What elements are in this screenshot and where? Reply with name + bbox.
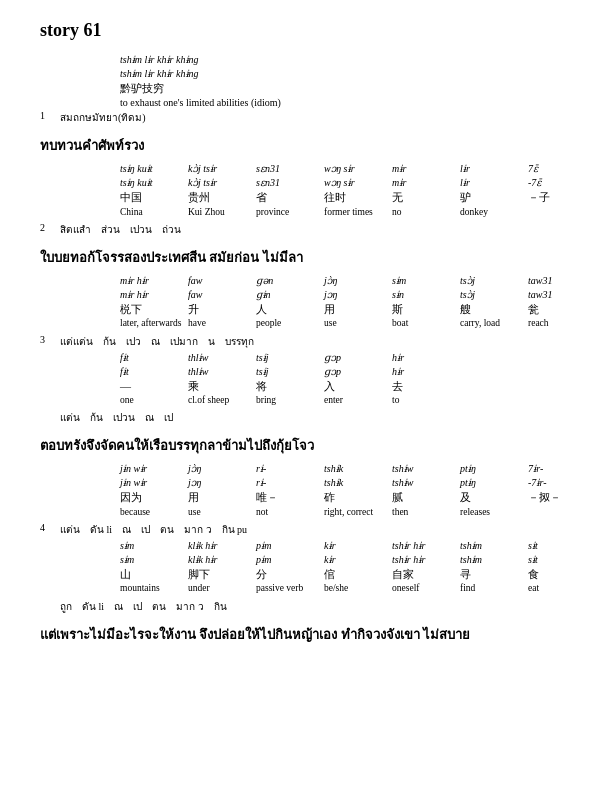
def-row-3: one cl.of sheep bring enter to	[120, 394, 572, 406]
word-cell-7-7: 7ɨr-	[528, 462, 596, 475]
word-cell-10-6: tshɨm	[460, 553, 528, 566]
word-cell-3-2: faw	[188, 274, 256, 287]
word-cell-2-1: tsɨŋ kuɨt	[120, 176, 188, 189]
cn-cell-1-7: －子	[528, 190, 596, 204]
section-title-vocab: ทบทวนคำศัพท์รวง	[40, 135, 572, 156]
cn-cell-4-2: 用	[188, 490, 256, 504]
def-cell-2-2: have	[188, 317, 256, 329]
word-cell-8-6: ptɨŋ	[460, 476, 528, 489]
word-cell-9-4: kɨr	[324, 539, 392, 552]
def-row-2: later, afterwards have people use boat c…	[120, 317, 572, 329]
word-cell-2-7: -7ɛ̄	[528, 176, 596, 189]
word-cell-8-5: tshɨw	[392, 476, 460, 489]
entry-number-3b	[40, 410, 60, 425]
entry-1-thai: สมถกษมัทยา(ทิดม)	[60, 110, 572, 125]
word-cell-9-7: sɨt	[528, 539, 596, 552]
cn-cell-4-7: －㧐－	[528, 490, 596, 504]
def-cell-4-2: use	[188, 506, 256, 518]
def-cell-3-4: enter	[324, 394, 392, 406]
page-title: story 61	[40, 20, 572, 41]
word-cell-4-6: tsɔ̀j	[460, 288, 528, 301]
def-cell-3-1: one	[120, 394, 188, 406]
cn-cell-2-6: 艘	[460, 302, 528, 316]
word-cell-6-5: hɨr	[392, 365, 460, 378]
def-cell-1-5: no	[392, 206, 460, 218]
cn-cell-1-5: 无	[392, 190, 460, 204]
cn-cell-3-3: 将	[256, 379, 324, 393]
roman-row-7: jɨn wɨr jɔ̀ŋ rɨ- tshɨk tshɨw ptɨŋ 7ɨr-	[120, 462, 572, 475]
def-cell-1-7	[528, 206, 596, 218]
word-cell-10-7: sɨt	[528, 553, 596, 566]
def-cell-2-7: reach	[528, 317, 596, 329]
entry-number-3: 3	[40, 334, 60, 349]
word-cell-10-5: tshɨr hɨr	[392, 553, 460, 566]
word-cell-7-1: jɨn wɨr	[120, 462, 188, 475]
word-cell-1-6: lɨr	[460, 162, 528, 175]
cn-cell-4-5: 腻	[392, 490, 460, 504]
word-cell-4-5: sɨn	[392, 288, 460, 301]
word-cell-6-2: thlɨw	[188, 365, 256, 378]
word-table-5: sɨm klɨk hɨr pɨm kɨr tshɨr hɨr tshɨm sɨt…	[120, 539, 572, 595]
def-cell-4-3: not	[256, 506, 324, 518]
word-cell-1-7: 7ɛ̄	[528, 162, 596, 175]
entry-3b: แต่น ก้น เปวน ณ เป	[40, 410, 572, 425]
word-cell-1-2: kɔ̀j tsɨr	[188, 162, 256, 175]
word-cell-3-7: taw31	[528, 274, 596, 287]
def-cell-5-4: be/she	[324, 582, 392, 594]
word-cell-3-4: jɔ̀ŋ	[324, 274, 392, 287]
word-cell-6-4: ɡɔp	[324, 365, 392, 378]
cn-cell-5-4: 倌	[324, 567, 392, 581]
entry-4-thai: แต่น ดัน li ณ เป ตน มาก ว กิน pu	[60, 522, 572, 537]
vocab-section: ทบทวนคำศัพท์รวง tsɨŋ kuɨt kɔ̀j tsɨr sɛn3…	[40, 135, 572, 237]
cn-cell-5-3: 分	[256, 567, 324, 581]
cn-cell-5-5: 自家	[392, 567, 460, 581]
footer-section: แต่เพราะไม่มีอะไรจะให้งาน จึงปล่อยให้ไปก…	[40, 624, 572, 645]
roman-row-5: fɨt thlɨw tsɨj ɡɔp hɨr	[120, 351, 572, 364]
def-cell-2-3: people	[256, 317, 324, 329]
sentence-section-2: ตอบทรังจึงจัดคนให้เรือบรรทุกลาข้ามไปถึงก…	[40, 435, 572, 613]
word-cell-5-2: thlɨw	[188, 351, 256, 364]
word-cell-8-4: tshɨk	[324, 476, 392, 489]
cn-cell-2-3: 人	[256, 302, 324, 316]
entry-4b-thai: ถูก ดัน li ณ เป ตน มาก ว กิน	[60, 599, 572, 614]
def-cell-1-1: China	[120, 206, 188, 218]
def-cell-1-4: former times	[324, 206, 392, 218]
entry-4: 4 แต่น ดัน li ณ เป ตน มาก ว กิน pu	[40, 522, 572, 537]
cn-cell-3-2: 乘	[188, 379, 256, 393]
word-cell-2-2: kɔ̀j tsɨr	[188, 176, 256, 189]
word-cell-9-3: pɨm	[256, 539, 324, 552]
word-cell-2-5: mɨr	[392, 176, 460, 189]
footer-text: แต่เพราะไม่มีอะไรจะให้งาน จึงปล่อยให้ไปก…	[40, 624, 572, 645]
def-cell-5-2: under	[188, 582, 256, 594]
sentence-section-1: ใบบยทอก้โจรรสองประเทศสีน สมัยก่อน ไม่มีล…	[40, 247, 572, 425]
def-cell-5-6: find	[460, 582, 528, 594]
cn-row-5: 山 脚下 分 倌 自家 寻 食	[120, 567, 572, 581]
chinese-characters: 黔驴技穷	[120, 81, 572, 96]
def-cell-3-5: to	[392, 394, 460, 406]
header-section: tshɨm lɨr khɨr khɨng tshɨm lɨr khɨr khɨn…	[40, 53, 572, 125]
def-cell-5-1: mountains	[120, 582, 188, 594]
entry-3: 3 แต่แต่น ก้น เปว ณ เปมาก น บรรทุก	[40, 334, 572, 349]
def-cell-1-2: Kui Zhou	[188, 206, 256, 218]
word-cell-7-6: ptɨŋ	[460, 462, 528, 475]
def-cell-2-6: carry, load	[460, 317, 528, 329]
word-cell-4-3: ɡɨn	[256, 288, 324, 301]
word-cell-10-1: sɨm	[120, 553, 188, 566]
entry-number-4: 4	[40, 522, 60, 537]
def-cell-3-3: bring	[256, 394, 324, 406]
word-cell-1-3: sɛn31	[256, 162, 324, 175]
roman-row-9: sɨm klɨk hɨr pɨm kɨr tshɨr hɨr tshɨm sɨt	[120, 539, 572, 552]
word-cell-1-5: mɨr	[392, 162, 460, 175]
word-table-4: jɨn wɨr jɔ̀ŋ rɨ- tshɨk tshɨw ptɨŋ 7ɨr- j…	[120, 462, 572, 518]
cn-cell-2-4: 用	[324, 302, 392, 316]
word-cell-5-3: tsɨj	[256, 351, 324, 364]
def-cell-4-7	[528, 506, 596, 518]
def-row-1: China Kui Zhou province former times no …	[120, 206, 572, 218]
cn-cell-1-4: 往时	[324, 190, 392, 204]
entry-2-thai: สิตแสำ ส่วน เปวน ถ่วน	[60, 222, 572, 237]
cn-cell-4-1: 因为	[120, 490, 188, 504]
word-cell-3-6: tsɔ̀j	[460, 274, 528, 287]
cn-cell-5-2: 脚下	[188, 567, 256, 581]
word-cell-9-1: sɨm	[120, 539, 188, 552]
word-table-2: mɨr hɨr faw ɡən jɔ̀ŋ sɨm tsɔ̀j taw31 mɨr…	[120, 274, 572, 330]
